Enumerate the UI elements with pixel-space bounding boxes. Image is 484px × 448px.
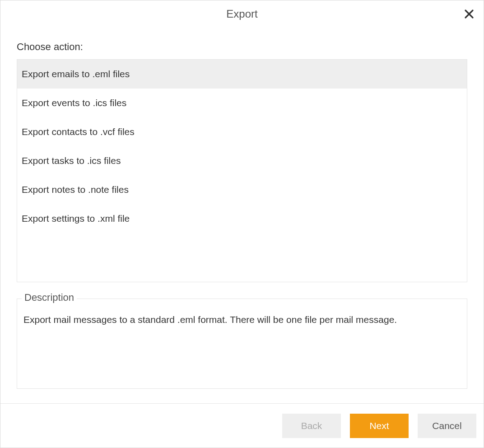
- action-item-label: Export contacts to .vcf files: [22, 126, 135, 137]
- action-item-label: Export events to .ics files: [22, 98, 126, 108]
- export-dialog: Export Choose action: Export emails to .…: [0, 0, 484, 448]
- next-button[interactable]: Next: [350, 414, 409, 438]
- action-item-label: Export tasks to .ics files: [22, 155, 121, 166]
- cancel-button[interactable]: Cancel: [418, 414, 476, 438]
- action-export-contacts[interactable]: Export contacts to .vcf files: [17, 117, 467, 146]
- description-text: Export mail messages to a standard .eml …: [23, 313, 461, 327]
- action-item-label: Export settings to .xml file: [22, 213, 130, 224]
- action-export-tasks[interactable]: Export tasks to .ics files: [17, 146, 467, 175]
- dialog-title: Export: [226, 8, 257, 20]
- action-export-settings[interactable]: Export settings to .xml file: [17, 204, 467, 233]
- action-export-events[interactable]: Export events to .ics files: [17, 89, 467, 117]
- action-item-label: Export notes to .note files: [22, 184, 129, 195]
- action-export-notes[interactable]: Export notes to .note files: [17, 175, 467, 204]
- action-item-label: Export emails to .eml files: [22, 69, 130, 79]
- action-list: Export emails to .eml files Export event…: [17, 59, 467, 282]
- description-legend: Description: [22, 292, 77, 303]
- close-icon[interactable]: [464, 9, 475, 19]
- description-box: Description Export mail messages to a st…: [17, 299, 467, 389]
- back-button[interactable]: Back: [282, 414, 341, 438]
- dialog-footer: Back Next Cancel: [0, 403, 484, 448]
- action-export-emails[interactable]: Export emails to .eml files: [17, 60, 467, 89]
- choose-action-label: Choose action:: [17, 41, 467, 53]
- dialog-content: Choose action: Export emails to .eml fil…: [0, 28, 484, 403]
- dialog-header: Export: [0, 0, 484, 28]
